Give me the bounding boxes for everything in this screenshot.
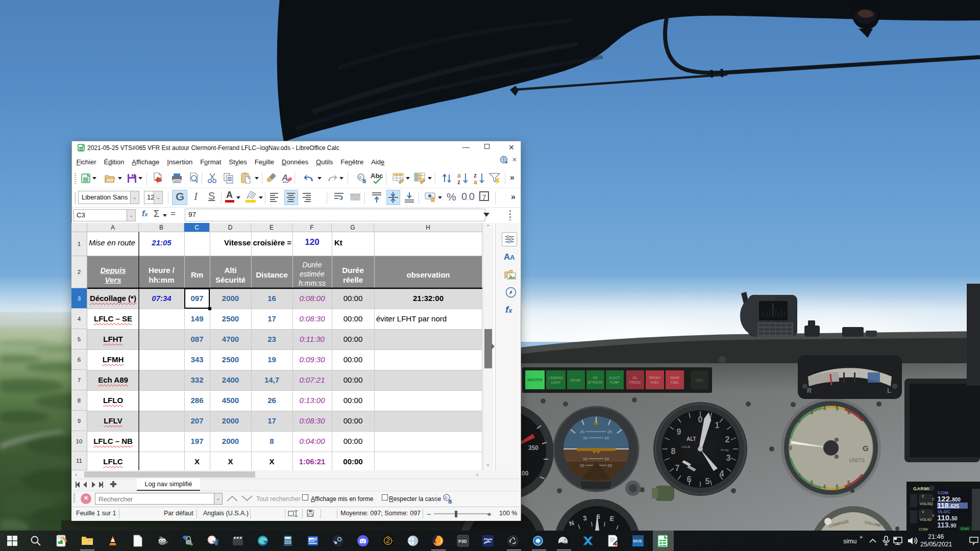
svg-text:5: 5 xyxy=(836,484,839,490)
svg-text:7: 7 xyxy=(675,464,680,472)
svg-text:VOL/ID: VOL/ID xyxy=(920,518,932,521)
svg-text:3: 3 xyxy=(726,454,731,462)
svg-text:00: 00 xyxy=(522,470,529,477)
svg-text:4: 4 xyxy=(823,484,826,490)
svg-text:CALIB: CALIB xyxy=(681,445,690,448)
svg-text:0: 0 xyxy=(698,415,703,424)
svg-text:LIGHT: LIGHT xyxy=(551,381,560,384)
svg-text:ATTENTE: ATTENTE xyxy=(587,381,603,384)
svg-text:DCS: DCS xyxy=(633,539,642,543)
svg-text:PRESS: PRESS xyxy=(629,381,641,384)
svg-text:10: 10 xyxy=(583,436,587,440)
svg-text:2: 2 xyxy=(798,418,801,423)
svg-text:2: 2 xyxy=(725,435,730,444)
svg-text:FUEL: FUEL xyxy=(671,381,679,384)
svg-text:20: 20 xyxy=(607,430,612,434)
svg-text:20: 20 xyxy=(580,430,584,434)
svg-text:OIL: OIL xyxy=(632,376,638,380)
svg-text:3: 3 xyxy=(810,410,813,415)
svg-text:ALT: ALT xyxy=(687,436,696,442)
svg-text:4: 4 xyxy=(823,406,826,411)
svg-text:PUMP: PUMP xyxy=(610,381,620,384)
svg-text:2: 2 xyxy=(798,473,801,479)
svg-text:4: 4 xyxy=(720,469,724,478)
svg-text:FUEL: FUEL xyxy=(651,381,659,384)
svg-text:6: 6 xyxy=(847,480,850,486)
svg-text:Flight: Flight xyxy=(484,538,493,541)
svg-text:C: C xyxy=(932,497,935,501)
svg-text:UNITS: UNITS xyxy=(849,458,865,463)
svg-text:5: 5 xyxy=(705,477,710,486)
svg-text:20: 20 xyxy=(607,463,612,468)
svg-text:VOL/SQ: VOL/SQ xyxy=(920,502,934,506)
svg-text:L: L xyxy=(887,387,891,394)
svg-text:C: C xyxy=(922,494,924,498)
svg-text:10: 10 xyxy=(604,457,609,461)
svg-text:6: 6 xyxy=(847,410,850,415)
svg-text:0: 0 xyxy=(789,445,792,451)
svg-text:FRONT: FRONT xyxy=(649,376,660,380)
svg-text:350: 350 xyxy=(528,444,538,452)
svg-text:9: 9 xyxy=(677,428,681,436)
svg-text:KN: KN xyxy=(593,376,597,380)
svg-text:G: G xyxy=(863,444,869,453)
svg-text:TEST: TEST xyxy=(695,379,704,382)
svg-text:LANDING: LANDING xyxy=(549,376,564,380)
svg-text:MASTER: MASTER xyxy=(527,378,542,382)
svg-text:5: 5 xyxy=(836,406,839,411)
svg-text:20: 20 xyxy=(580,463,584,468)
svg-text:8: 8 xyxy=(671,447,676,456)
svg-text:10: 10 xyxy=(583,457,587,461)
svg-text:d: d xyxy=(448,498,452,505)
svg-text:V: V xyxy=(932,514,935,517)
svg-text:1: 1 xyxy=(715,421,720,430)
svg-text:ROTAT: ROTAT xyxy=(570,379,581,382)
svg-text:P3D: P3D xyxy=(458,539,467,544)
svg-text:REAR: REAR xyxy=(670,376,679,380)
svg-text:6: 6 xyxy=(687,475,692,484)
svg-text:10: 10 xyxy=(604,436,609,440)
svg-text:R: R xyxy=(807,387,812,394)
svg-text:3: 3 xyxy=(810,480,813,486)
svg-text:ELECT: ELECT xyxy=(609,376,620,380)
svg-text:a: a xyxy=(445,495,447,500)
svg-text:IN Hg: IN Hg xyxy=(721,448,728,452)
svg-text:V: V xyxy=(922,510,924,514)
